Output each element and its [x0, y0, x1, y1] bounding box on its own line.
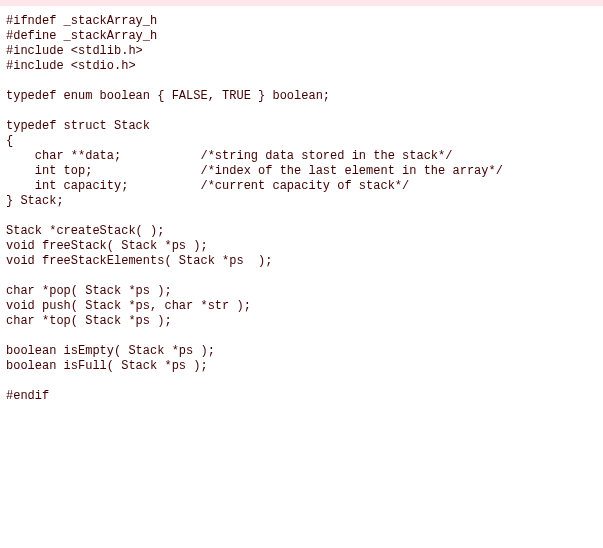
code-block: #ifndef _stackArray_h #define _stackArra…: [0, 6, 603, 412]
